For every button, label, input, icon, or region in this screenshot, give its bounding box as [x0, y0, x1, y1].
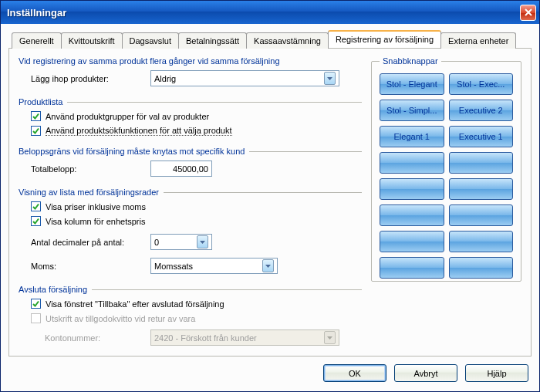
- quick-buttons-group: Snabbknappar Stol - Elegant Stol - Exec.…: [371, 56, 521, 282]
- combine-select[interactable]: Aldrig: [150, 70, 339, 86]
- dialog-button-bar: OK Avbryt Hjälp: [8, 357, 532, 384]
- chevron-down-icon: [324, 72, 336, 85]
- quick-button[interactable]: [449, 257, 514, 279]
- combine-label: Lägg ihop produkter:: [31, 74, 150, 83]
- section-prodlist-title: Produktlista: [19, 97, 62, 106]
- quick-button[interactable]: [449, 178, 514, 200]
- titlebar: Inställningar: [1, 1, 539, 24]
- cb-unitprice-col[interactable]: Visa kolumn för enhetspris: [31, 216, 145, 226]
- close-button[interactable]: [520, 5, 536, 21]
- section-reg-title: Vid registrering av samma produkt flera …: [19, 56, 280, 66]
- tab-panel: Vid registrering av samma produkt flera …: [8, 48, 532, 357]
- quick-button[interactable]: Stol - Simpl...: [380, 100, 444, 121]
- quick-button[interactable]: [380, 178, 444, 200]
- tab-betalningssatt[interactable]: Betalningssätt: [178, 32, 247, 49]
- quick-button[interactable]: [449, 152, 514, 174]
- chevron-down-icon: [324, 331, 336, 344]
- quick-button[interactable]: Stol - Elegant: [380, 73, 444, 95]
- quick-button[interactable]: Stol - Exec...: [449, 73, 514, 95]
- decimals-label: Antal decimaler på antal:: [31, 238, 150, 247]
- total-label: Totalbelopp:: [31, 164, 150, 174]
- quick-button[interactable]: [449, 204, 514, 226]
- vat-select[interactable]: Momssats: [150, 258, 278, 274]
- cb-back-window[interactable]: Visa fönstret "Tillbaka" efter avslutad …: [31, 299, 224, 309]
- quick-button[interactable]: Elegant 1: [380, 126, 444, 147]
- section-view-title: Visning av lista med försäljningsrader: [19, 188, 159, 197]
- quick-button[interactable]: [380, 152, 444, 174]
- window-title: Inställningar: [7, 7, 520, 19]
- vat-label: Moms:: [31, 262, 150, 271]
- total-input[interactable]: 45000,00: [150, 161, 212, 177]
- close-icon: [525, 8, 532, 16]
- quick-button[interactable]: [380, 204, 444, 226]
- decimals-select[interactable]: 0: [150, 234, 212, 250]
- quick-button[interactable]: [449, 231, 514, 252]
- acct-select: 2420 - Förskott från kunder: [150, 329, 339, 346]
- ok-button[interactable]: OK: [323, 364, 386, 382]
- section-limit-title: Beloppsgräns vid försäljning måste knyta…: [19, 147, 245, 156]
- tab-generellt[interactable]: Generellt: [12, 32, 62, 49]
- tab-registrering[interactable]: Registrering av försäljning: [328, 30, 441, 48]
- cb-product-search[interactable]: Använd produktsökfunktionen för att välj…: [31, 126, 232, 136]
- cb-incl-vat[interactable]: Visa priser inklusive moms: [31, 201, 146, 211]
- cancel-button[interactable]: Avbryt: [394, 364, 457, 382]
- chevron-down-icon: [197, 235, 208, 248]
- quick-buttons-title: Snabbknappar: [380, 56, 441, 66]
- help-button[interactable]: Hjälp: [465, 364, 528, 382]
- quick-button[interactable]: Executive 2: [449, 100, 514, 121]
- tab-kassaavstamning[interactable]: Kassaavstämning: [246, 32, 329, 49]
- section-end-title: Avsluta försäljning: [19, 285, 87, 294]
- tab-externa-enheter[interactable]: Externa enheter: [440, 32, 516, 49]
- quick-button[interactable]: Executive 1: [449, 126, 514, 147]
- cb-product-groups[interactable]: Använd produktgrupper för val av produkt…: [31, 111, 209, 121]
- tab-kvittoutskrift[interactable]: Kvittoutskrift: [61, 32, 123, 49]
- tab-dagsavslut[interactable]: Dagsavslut: [122, 32, 179, 49]
- cb-credit-receipt: Utskrift av tillgodokvitto vid retur av …: [31, 313, 195, 323]
- chevron-down-icon: [262, 259, 274, 272]
- tab-strip: Generellt Kvittoutskrift Dagsavslut Beta…: [8, 30, 532, 48]
- quick-button[interactable]: [380, 231, 444, 252]
- quick-button[interactable]: [380, 257, 444, 279]
- acct-label: Kontonummer:: [45, 333, 150, 343]
